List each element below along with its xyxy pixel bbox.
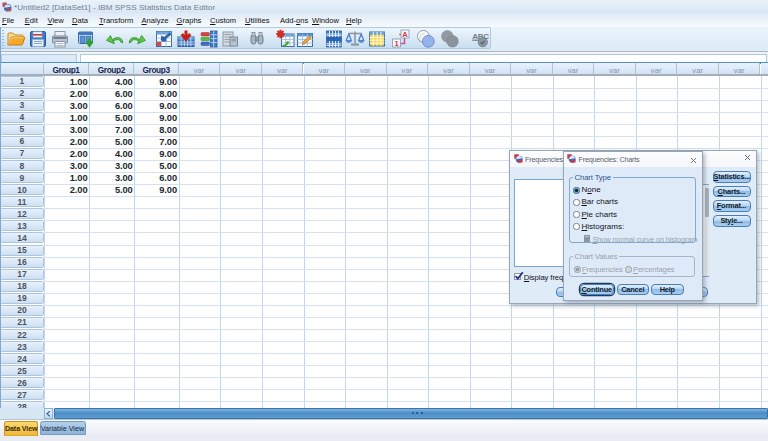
svg-text:1: 1 xyxy=(394,39,398,48)
svg-text:A: A xyxy=(402,30,408,39)
